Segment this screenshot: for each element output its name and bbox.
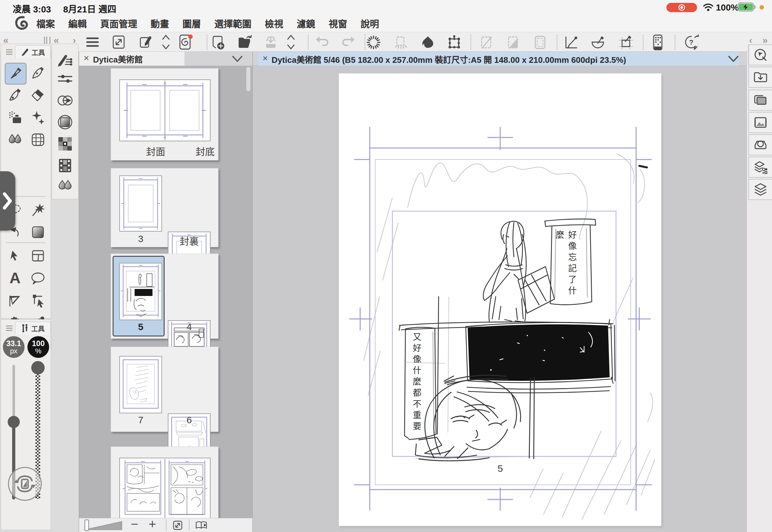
tool-direct-select[interactable] (5, 246, 25, 266)
tool-brush[interactable] (5, 85, 25, 105)
tool-gradient[interactable] (28, 222, 48, 242)
toolbar-next-icon[interactable]: » (762, 35, 768, 46)
brush-opacity-badge[interactable]: 100 % (27, 336, 49, 358)
open-file-button[interactable] (237, 35, 253, 50)
navigator-dock-button[interactable] (748, 134, 772, 155)
snap-special-ruler-button[interactable] (420, 35, 435, 50)
zoom-in-thumbs-button[interactable]: + (149, 517, 156, 531)
page-thumb-9-8-spread[interactable] (119, 458, 211, 520)
canvas-paper[interactable]: 好像忘記了什麼 又好像什麼都不重要 5 (339, 73, 661, 526)
tool-frame-border[interactable] (28, 246, 48, 266)
snap-off-button[interactable] (366, 35, 381, 50)
brush-panel-menu-icon[interactable] (5, 325, 13, 331)
thumbnail-size-wedge[interactable] (84, 520, 122, 531)
menu-selection[interactable]: 選擇範圍 (214, 17, 251, 30)
tool-polyline[interactable] (5, 290, 25, 311)
subtool-symmetry[interactable] (56, 92, 74, 108)
tool-airbrush[interactable] (5, 107, 25, 128)
spread-card-7-6[interactable]: 7 6 (111, 347, 219, 432)
menu-edit[interactable]: 編輯 (68, 17, 87, 30)
tool-panel-tab[interactable]: 工具 (15, 45, 51, 58)
spread-view-button[interactable] (195, 520, 208, 531)
page-list-collapse-chevron[interactable] (232, 55, 243, 63)
fullscreen-button[interactable] (112, 35, 126, 49)
toolbar-prev-icon[interactable]: ‹ (749, 35, 752, 46)
page-list-scrollbar[interactable] (246, 67, 250, 91)
menu-page-manage[interactable]: 頁面管理 (100, 17, 137, 30)
brush-size-slider-thumb[interactable] (8, 416, 20, 428)
brush-size-badge[interactable]: 33.1 px (3, 336, 25, 358)
document-tab-chevron[interactable] (728, 55, 739, 63)
brush-opacity-slider-thumb[interactable] (31, 361, 45, 374)
subtool-blend-drop[interactable] (58, 179, 72, 194)
page-thumb-5[interactable] (119, 263, 162, 320)
tool-marker[interactable] (28, 63, 48, 83)
spread-card-5-4[interactable]: 5 4 (111, 254, 219, 339)
menu-help[interactable]: 說明 (360, 17, 379, 30)
main-menu-button[interactable] (85, 35, 100, 49)
tool-pen[interactable] (5, 63, 26, 85)
tool-text[interactable]: A (5, 268, 25, 288)
layers-dock-button[interactable] (748, 179, 772, 200)
page-thumb-3[interactable] (119, 175, 162, 232)
tool-object[interactable] (28, 290, 48, 311)
tool-liquify-grid[interactable] (28, 129, 48, 150)
subtool-pen-group[interactable] (57, 52, 73, 68)
menu-filter[interactable]: 濾鏡 (297, 17, 315, 30)
invert-selection-button[interactable] (506, 35, 521, 50)
spread-card-3[interactable]: 3 封裏 (111, 168, 219, 247)
save-updown-chevrons[interactable] (285, 34, 297, 50)
layer-property-dock-button[interactable] (748, 157, 772, 178)
subtool-gradient-ball[interactable] (57, 114, 73, 130)
deselect-button[interactable] (479, 35, 494, 50)
tool-property-dock-button[interactable] (748, 90, 772, 111)
document-tab[interactable]: × Dytica美術館 5/46 (B5 182.00 x 257.00mm 裝… (258, 52, 739, 66)
transform-button[interactable] (447, 35, 462, 50)
zoom-out-thumbs-button[interactable]: − (131, 517, 138, 531)
screen-record-pill[interactable] (666, 3, 697, 12)
spread-card-cover[interactable]: 封面 封底 (111, 68, 219, 160)
subtool-film[interactable] (57, 158, 73, 174)
tool-balloon[interactable] (28, 268, 48, 288)
menu-view[interactable]: 檢視 (265, 17, 283, 30)
quick-access-button[interactable] (748, 44, 772, 65)
ruler-pen-button[interactable] (564, 35, 579, 50)
canvas-area: × Dytica美術館 5/46 (B5 182.00 x 257.00mm 裝… (253, 52, 746, 532)
undo-button[interactable] (315, 35, 329, 50)
page-list-close-icon[interactable]: × (84, 53, 89, 63)
clip-studio-logo[interactable] (14, 15, 31, 31)
tool-panel-menu-icon[interactable] (5, 49, 13, 55)
subtool-mixer[interactable] (57, 71, 73, 87)
page-thumb-cover-spread[interactable] (119, 79, 211, 141)
page-thumb-7[interactable] (119, 356, 162, 413)
grid-ruler-pen-button[interactable] (618, 35, 634, 50)
menu-animation[interactable]: 動畫 (151, 17, 169, 30)
new-page-button[interactable] (211, 35, 226, 50)
save-button[interactable] (264, 35, 278, 50)
menu-layer[interactable]: 圖層 (182, 17, 201, 30)
document-tab-close-icon[interactable]: × (263, 53, 268, 63)
toolbar-updown-chevrons[interactable] (160, 34, 172, 50)
snap-ruler-button[interactable] (394, 35, 408, 50)
curve-ruler-pen-button[interactable] (591, 35, 606, 50)
tool-eraser[interactable] (28, 85, 48, 105)
subtool-dock-button[interactable] (748, 67, 772, 88)
tool-blend[interactable] (5, 129, 25, 150)
help-button[interactable]: ? (683, 34, 699, 50)
brush-panel-tab[interactable]: 工具 (15, 321, 51, 335)
clip-studio-app-button[interactable] (177, 34, 193, 50)
brush-preview-dock-button[interactable] (748, 112, 772, 133)
redo-button[interactable] (341, 35, 356, 50)
page-list-tab[interactable]: × Dytica美術館 (79, 52, 184, 66)
tool-magic-wand[interactable] (28, 200, 48, 220)
fit-thumbnail-button[interactable] (172, 520, 184, 531)
rotate-canvas-button[interactable] (8, 467, 42, 501)
select-area-button[interactable] (533, 35, 547, 50)
menu-window[interactable]: 視窗 (329, 17, 347, 30)
companion-mode-button[interactable] (651, 34, 665, 50)
menu-file[interactable]: 檔案 (36, 17, 55, 30)
tool-decoration[interactable] (28, 107, 48, 128)
edge-pull-tab[interactable] (0, 171, 15, 231)
stylus-settings-button[interactable] (138, 35, 152, 49)
subtool-pattern[interactable] (57, 136, 73, 152)
